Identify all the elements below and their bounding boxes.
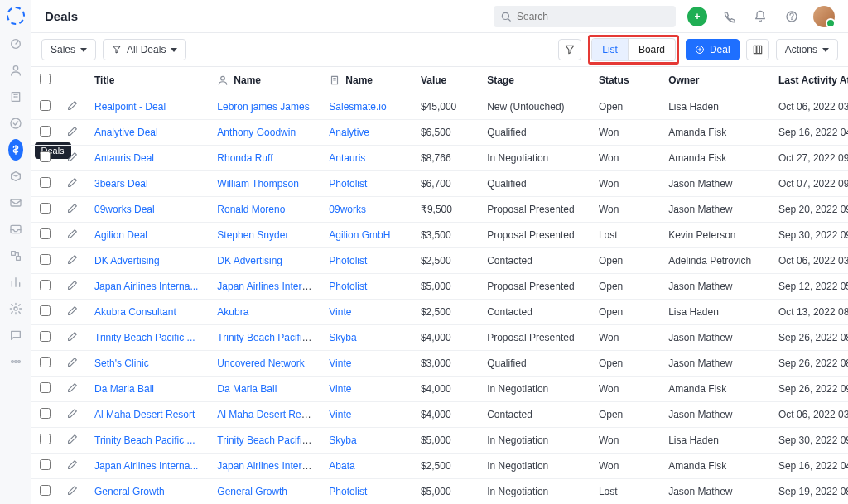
row-checkbox[interactable] [40, 254, 51, 265]
dashboard-icon[interactable] [8, 36, 23, 51]
edit-icon[interactable] [67, 256, 78, 267]
help-icon[interactable] [782, 7, 802, 26]
col-contact[interactable]: Name [209, 67, 320, 94]
deal-title-link[interactable]: Antauris Deal [94, 152, 154, 164]
deal-title-link[interactable]: Akubra Consultant [94, 306, 176, 318]
deal-title-link[interactable]: DK Advertising [94, 255, 160, 266]
reports-icon[interactable] [8, 275, 23, 290]
contact-link[interactable]: Trinity Beach Pacific ... [217, 332, 318, 343]
company-link[interactable]: Abata [329, 460, 354, 472]
row-checkbox[interactable] [40, 126, 51, 137]
company-link[interactable]: Salesmate.io [329, 101, 386, 113]
contact-link[interactable]: Trinity Beach Pacific ... [217, 434, 318, 446]
select-all-checkbox[interactable] [40, 74, 51, 84]
col-value[interactable]: Value [412, 67, 479, 94]
products-icon[interactable] [8, 169, 23, 184]
deal-title-link[interactable]: Seth's Clinic [94, 358, 149, 369]
phone-icon[interactable] [719, 7, 739, 26]
row-checkbox[interactable] [40, 357, 51, 367]
pipeline-dropdown[interactable]: Sales [41, 39, 96, 60]
deal-title-link[interactable]: Al Maha Desert Resort [94, 409, 195, 420]
row-checkbox[interactable] [40, 331, 51, 342]
edit-icon[interactable] [67, 127, 78, 139]
deal-title-link[interactable]: General Growth [94, 486, 165, 497]
contact-link[interactable]: Stephen Snyder [217, 229, 288, 241]
deal-title-link[interactable]: 09works Deal [94, 204, 155, 215]
email-icon[interactable] [8, 195, 23, 210]
bell-icon[interactable] [750, 7, 770, 26]
contact-link[interactable]: William Thompson [217, 178, 298, 190]
contact-link[interactable]: Japan Airlines Interna... [217, 460, 320, 472]
deal-title-link[interactable]: Japan Airlines Interna... [94, 460, 198, 472]
deal-title-link[interactable]: Da Maria Bali [94, 383, 154, 395]
filter-button[interactable] [558, 39, 581, 60]
edit-icon[interactable] [67, 307, 78, 319]
edit-icon[interactable] [67, 333, 78, 344]
deal-title-link[interactable]: Trinity Beach Pacific ... [94, 332, 195, 343]
deal-title-link[interactable]: Trinity Beach Pacific ... [94, 434, 195, 446]
company-link[interactable]: 09works [329, 204, 366, 215]
edit-icon[interactable] [67, 358, 78, 370]
sequence-icon[interactable] [8, 248, 23, 263]
contact-link[interactable]: Rhonda Ruff [217, 152, 272, 164]
contact-link[interactable]: Uncovered Network [217, 358, 304, 369]
company-link[interactable]: Antauris [329, 152, 365, 164]
company-link[interactable]: Skyba [329, 332, 356, 343]
company-link[interactable]: Photolist [329, 255, 367, 266]
row-checkbox[interactable] [40, 382, 51, 393]
edit-icon[interactable] [67, 230, 78, 242]
contact-link[interactable]: Japan Airlines Interna... [217, 281, 320, 292]
chat-icon[interactable] [8, 328, 23, 343]
row-checkbox[interactable] [40, 485, 51, 496]
deal-title-link[interactable]: 3bears Deal [94, 178, 148, 190]
inbox-icon[interactable] [8, 222, 23, 237]
contact-link[interactable]: DK Advertising [217, 255, 282, 266]
contact-link[interactable]: Ronald Moreno [217, 204, 285, 215]
contact-link[interactable]: Lebron james James [217, 101, 309, 113]
company-link[interactable]: Vinte [329, 383, 351, 395]
deal-title-link[interactable]: Japan Airlines Interna... [94, 281, 198, 292]
actions-dropdown[interactable]: Actions [776, 39, 838, 60]
deal-title-link[interactable]: Realpoint - Deal [94, 101, 166, 113]
more-icon[interactable] [8, 354, 23, 369]
company-link[interactable]: Photolist [329, 178, 367, 190]
row-checkbox[interactable] [40, 408, 51, 419]
contacts-icon[interactable] [8, 63, 23, 78]
row-checkbox[interactable] [40, 151, 51, 162]
contact-link[interactable]: Akubra [217, 306, 248, 318]
new-deal-button[interactable]: Deal [686, 39, 740, 60]
companies-icon[interactable] [8, 89, 23, 104]
company-link[interactable]: Skyba [329, 434, 356, 446]
row-checkbox[interactable] [40, 203, 51, 214]
deals-table-wrapper[interactable]: Title Name Name Value Stage Status Owner… [31, 66, 848, 504]
deal-title-link[interactable]: Agilion Deal [94, 229, 147, 241]
edit-icon[interactable] [67, 384, 78, 396]
row-checkbox[interactable] [40, 280, 51, 290]
quick-add-button[interactable]: + [687, 7, 707, 26]
view-dropdown[interactable]: All Deals [103, 39, 186, 60]
company-link[interactable]: Agilion GmbH [329, 229, 390, 241]
edit-icon[interactable] [67, 461, 78, 473]
row-checkbox[interactable] [40, 100, 51, 111]
search-input[interactable] [517, 11, 669, 22]
deals-icon[interactable]: Deals [8, 142, 23, 157]
col-status[interactable]: Status [590, 67, 660, 94]
col-stage[interactable]: Stage [479, 67, 590, 94]
company-link[interactable]: Photolist [329, 486, 367, 497]
contact-link[interactable]: Anthony Goodwin [217, 127, 296, 138]
list-view-tab[interactable]: List [592, 39, 628, 60]
contact-link[interactable]: Da Maria Bali [217, 383, 277, 395]
tasks-icon[interactable] [8, 116, 23, 131]
row-checkbox[interactable] [40, 177, 51, 188]
edit-icon[interactable] [67, 153, 78, 165]
edit-icon[interactable] [67, 204, 78, 216]
company-link[interactable]: Vinte [329, 409, 351, 420]
contact-link[interactable]: General Growth [217, 486, 287, 497]
company-link[interactable]: Photolist [329, 281, 367, 292]
company-link[interactable]: Analytive [329, 127, 369, 138]
edit-icon[interactable] [67, 179, 78, 190]
user-avatar[interactable] [813, 6, 835, 27]
col-owner[interactable]: Owner [660, 67, 770, 94]
row-checkbox[interactable] [40, 459, 51, 470]
edit-icon[interactable] [67, 435, 78, 447]
